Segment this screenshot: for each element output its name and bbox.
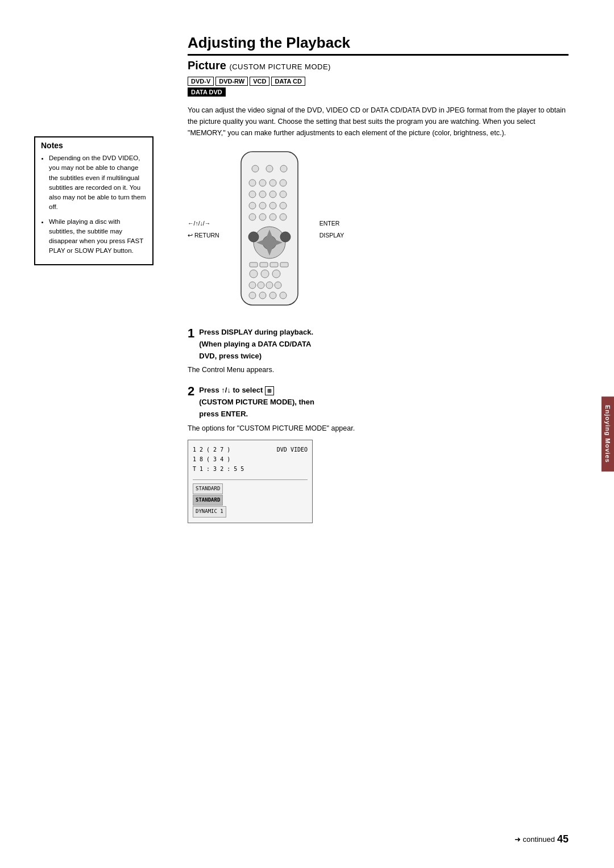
svg-rect-30 <box>270 262 278 267</box>
svg-point-17 <box>259 214 266 220</box>
continued-text: continued <box>523 835 555 844</box>
step-2-mode: (CUSTOM PICTURE MODE), then <box>199 398 314 406</box>
page-number: 45 <box>557 833 569 845</box>
description-text: You can adjust the video signal of the D… <box>188 105 569 139</box>
svg-point-14 <box>269 202 276 209</box>
svg-point-13 <box>259 202 266 209</box>
subtitle-mode: (CUSTOM PICTURE MODE) <box>229 62 331 71</box>
svg-point-18 <box>269 214 276 220</box>
svg-point-3 <box>280 165 287 172</box>
step-1-number: 1 <box>188 327 194 340</box>
notes-box: Notes Depending on the DVD VIDEO, you ma… <box>34 136 154 265</box>
screen-opt2: STANDARD <box>193 495 308 506</box>
step-1-main: Press DISPLAY during playback. <box>199 328 313 336</box>
subtitle-text: Picture <box>188 59 226 72</box>
step-2-press: press ENTER. <box>199 410 248 418</box>
svg-point-11 <box>280 191 287 198</box>
svg-point-32 <box>250 270 258 278</box>
notes-title: Notes <box>41 141 147 150</box>
notes-list: Depending on the DVD VIDEO, you may not … <box>41 153 147 256</box>
svg-point-7 <box>280 180 287 186</box>
step-1-sub2: DVD, press twice) <box>199 352 262 360</box>
display-label: DISPLAY <box>320 229 345 241</box>
badge-vcd: VCD <box>250 77 269 86</box>
screen-time-2: 1 8 ( 3 4 ) <box>193 456 230 462</box>
notes-item-2: While playing a disc with subtitles, the… <box>49 217 147 256</box>
screen-dvd-label: DVD VIDEO <box>277 445 308 454</box>
remote-labels-right: ENTER DISPLAY <box>320 218 345 241</box>
svg-point-26 <box>248 232 259 242</box>
format-badges-row1: DVD-V DVD-RW VCD DATA CD <box>188 77 569 86</box>
svg-point-39 <box>249 292 256 299</box>
svg-point-1 <box>252 165 259 172</box>
left-column: Notes Depending on the DVD VIDEO, you ma… <box>0 34 171 834</box>
step-1-result: The Control Menu appears. <box>188 364 569 375</box>
screen-time-3: T 1 : 3 2 : 5 5 <box>193 466 244 472</box>
notes-item-1: Depending on the DVD VIDEO, you may not … <box>49 153 147 212</box>
return-label: ↩ RETURN <box>188 229 219 241</box>
svg-point-35 <box>249 282 256 289</box>
step-2-result: The options for "CUSTOM PICTURE MODE" ap… <box>188 423 569 434</box>
sidebar-tab: Enjoying Movies <box>601 397 614 471</box>
svg-point-36 <box>258 282 264 289</box>
svg-point-27 <box>280 232 291 242</box>
step-2-main: Press ↑/↓ to select ⊞ <box>199 386 274 394</box>
format-badges-row2: DATA DVD <box>188 87 569 97</box>
svg-point-2 <box>266 165 273 172</box>
svg-point-10 <box>269 191 276 198</box>
badge-data-dvd: DATA DVD <box>188 87 226 97</box>
svg-point-42 <box>280 292 287 299</box>
custom-mode-icon: ⊞ <box>265 386 274 395</box>
svg-point-38 <box>275 282 281 289</box>
step-2: 2 Press ↑/↓ to select ⊞ (CUSTOM PICTURE … <box>188 385 569 523</box>
screen-mockup: 1 2 ( 2 7 ) DVD VIDEO 1 8 ( 3 4 ) T 1 : … <box>188 440 313 523</box>
svg-point-21 <box>263 236 276 249</box>
screen-row-1: 1 2 ( 2 7 ) DVD VIDEO <box>193 445 308 454</box>
svg-rect-28 <box>250 262 258 267</box>
step-1-sub1: (When playing a DATA CD/DATA <box>199 340 311 348</box>
svg-rect-31 <box>280 262 288 267</box>
badge-data-cd: DATA CD <box>271 77 305 86</box>
svg-point-4 <box>249 180 256 186</box>
footer: ➜ continued 45 <box>515 833 569 845</box>
svg-point-12 <box>249 202 256 209</box>
svg-point-33 <box>261 270 269 278</box>
svg-point-5 <box>259 180 266 186</box>
svg-point-37 <box>266 282 273 289</box>
screen-row-3: T 1 : 3 2 : 5 5 <box>193 464 308 474</box>
svg-point-15 <box>280 202 287 209</box>
section-subtitle: Picture (CUSTOM PICTURE MODE) <box>188 59 569 72</box>
remote-illustration: ←/↑/↓/→ ↩ RETURN <box>188 149 569 310</box>
svg-point-16 <box>249 214 256 220</box>
svg-point-19 <box>280 214 287 220</box>
remote-labels-left: ←/↑/↓/→ ↩ RETURN <box>188 218 219 241</box>
svg-point-40 <box>259 292 266 299</box>
badge-dvd-rw: DVD-RW <box>215 77 248 86</box>
step-2-text: Press ↑/↓ to select ⊞ (CUSTOM PICTURE MO… <box>199 385 569 420</box>
nav-arrows-label: ←/↑/↓/→ <box>188 218 219 229</box>
screen-opt3: DYNAMIC 1 <box>193 506 308 518</box>
screen-row-2: 1 8 ( 3 4 ) <box>193 454 308 464</box>
svg-point-41 <box>269 292 276 299</box>
svg-point-8 <box>249 191 256 198</box>
svg-point-9 <box>259 191 266 198</box>
enter-label: ENTER <box>320 218 345 229</box>
step-1-text: Press DISPLAY during playback. (When pla… <box>199 327 569 362</box>
screen-time-1: 1 2 ( 2 7 ) <box>193 445 230 454</box>
right-column: Adjusting the Playback Picture (CUSTOM P… <box>171 34 614 834</box>
svg-rect-29 <box>260 262 268 267</box>
badge-dvd-v: DVD-V <box>188 77 214 86</box>
svg-point-34 <box>272 270 280 278</box>
arrow-icon: ➜ <box>515 835 521 844</box>
screen-options: STANDARD STANDARD DYNAMIC 1 <box>193 479 308 518</box>
section-title: Adjusting the Playback <box>188 34 569 56</box>
step-1: 1 Press DISPLAY during playback. (When p… <box>188 327 569 375</box>
svg-point-6 <box>269 180 276 186</box>
step-2-number: 2 <box>188 385 194 398</box>
screen-opt1: STANDARD <box>193 483 308 495</box>
remote-svg <box>224 149 315 310</box>
